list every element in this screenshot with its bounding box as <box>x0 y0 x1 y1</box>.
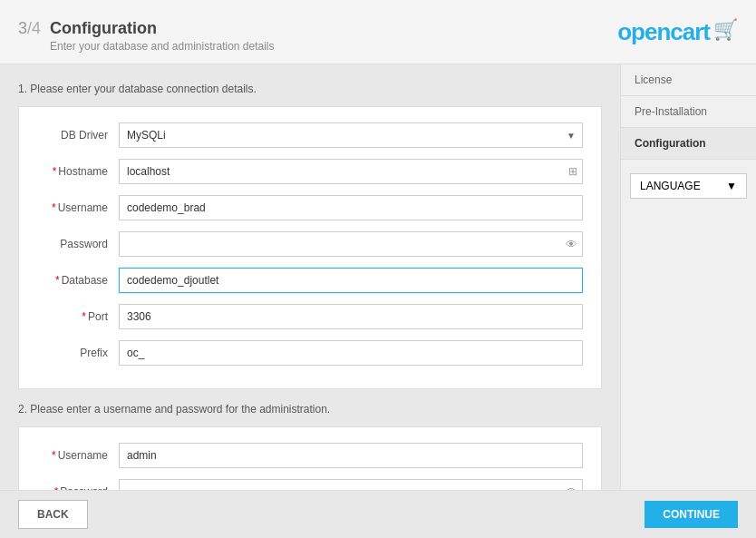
db-driver-label: DB Driver <box>37 129 119 142</box>
sidebar-item-license[interactable]: License <box>621 64 756 96</box>
hostname-input[interactable] <box>119 159 583 184</box>
db-username-label: *Username <box>37 201 119 214</box>
sidebar-item-pre-installation[interactable]: Pre-Installation <box>621 96 756 128</box>
port-label: *Port <box>37 310 119 323</box>
db-driver-select[interactable]: MySQLi <box>119 122 583 148</box>
eye-icon[interactable]: 👁 <box>566 238 577 251</box>
logo-text: opencart <box>617 18 710 46</box>
step-subtitle: Enter your database and administration d… <box>50 40 274 53</box>
required-marker: * <box>52 449 56 462</box>
main-layout: 1. Please enter your database connection… <box>0 64 756 538</box>
back-button[interactable]: BACK <box>18 500 88 529</box>
required-marker: * <box>52 201 56 214</box>
section2-heading: 2. Please enter a username and password … <box>18 403 602 416</box>
hostname-row: *Hostname ⊞ <box>37 157 583 186</box>
copy-icon[interactable]: ⊞ <box>568 165 577 178</box>
db-password-label: Password <box>37 238 119 250</box>
step-number: 3/4 <box>18 11 41 40</box>
db-username-input[interactable] <box>119 195 583 220</box>
port-input[interactable] <box>119 304 583 329</box>
required-marker: * <box>55 274 60 287</box>
bottom-bar: BACK CONTINUE <box>0 490 756 538</box>
logo: opencart 🛒 <box>617 18 738 46</box>
step-title-block: Configuration Enter your database and ad… <box>50 19 274 53</box>
step-current: 3 <box>18 19 27 37</box>
admin-username-row: *Username <box>37 441 583 470</box>
database-input[interactable] <box>119 268 583 293</box>
port-row: *Port <box>37 302 583 331</box>
prefix-label: Prefix <box>37 347 119 359</box>
db-driver-select-wrapper[interactable]: MySQLi ▼ <box>119 122 583 148</box>
step-title: Configuration <box>50 19 274 38</box>
required-marker: * <box>53 165 57 178</box>
database-label: *Database <box>37 274 119 287</box>
content-area: 1. Please enter your database connection… <box>0 64 620 538</box>
hostname-input-wrapper: ⊞ <box>119 159 583 184</box>
db-password-input[interactable] <box>119 231 583 257</box>
prefix-input[interactable] <box>119 340 583 366</box>
db-username-row: *Username <box>37 193 583 222</box>
db-password-input-wrapper: 👁 <box>119 231 583 257</box>
db-driver-row: DB Driver MySQLi ▼ <box>37 121 583 150</box>
required-marker: * <box>82 310 86 323</box>
continue-button[interactable]: CONTINUE <box>645 501 738 528</box>
admin-username-label: *Username <box>37 449 119 462</box>
database-row: *Database <box>37 266 583 295</box>
sidebar-item-configuration[interactable]: Configuration <box>621 128 756 160</box>
language-button[interactable]: LANGUAGE ▼ <box>630 173 747 199</box>
hostname-label: *Hostname <box>37 165 119 178</box>
section1-heading: 1. Please enter your database connection… <box>18 83 602 95</box>
language-dropdown-icon: ▼ <box>726 180 737 192</box>
step-info: 3/4 Configuration Enter your database an… <box>18 11 275 53</box>
section1-form: DB Driver MySQLi ▼ *Hostname ⊞ <box>18 106 602 389</box>
sidebar: License Pre-Installation Configuration L… <box>620 64 756 538</box>
admin-username-input[interactable] <box>119 443 583 468</box>
cart-icon: 🛒 <box>713 18 738 42</box>
top-bar: 3/4 Configuration Enter your database an… <box>0 0 756 64</box>
step-total: 4 <box>32 19 41 37</box>
prefix-row: Prefix <box>37 338 583 367</box>
db-password-row: Password 👁 <box>37 230 583 259</box>
